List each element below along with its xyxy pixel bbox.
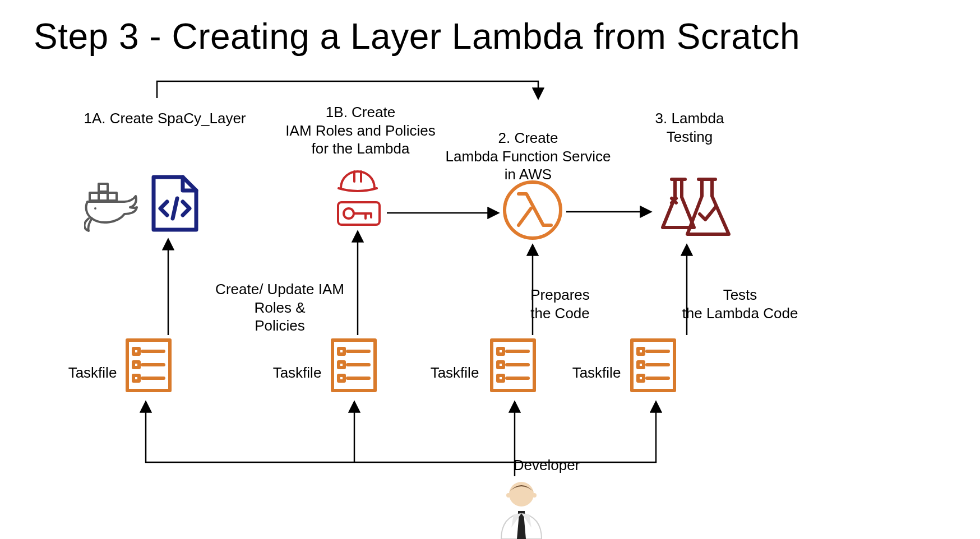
arrows-layer [0, 0, 980, 539]
svg-rect-30 [638, 349, 644, 354]
svg-rect-11 [133, 362, 139, 368]
svg-rect-1 [90, 193, 99, 201]
tests-code-label: Teststhe Lambda Code [667, 286, 813, 322]
testing-flasks-icon [655, 174, 733, 241]
lambda-icon [502, 179, 563, 241]
svg-point-38 [532, 493, 537, 498]
svg-rect-27 [498, 375, 503, 381]
taskfile-3-label: Taskfile [427, 364, 483, 382]
taskfile-4-icon [629, 337, 677, 393]
docker-icon [84, 179, 146, 233]
page-title: Step 3 - Creating a Layer Lambda from Sc… [34, 16, 800, 57]
step-1b-label: 1B. CreateIAM Roles and Policiesfor the … [276, 103, 445, 158]
svg-rect-16 [339, 349, 344, 354]
svg-point-37 [506, 493, 511, 498]
svg-rect-32 [638, 362, 644, 368]
developer-label: Developer [505, 456, 589, 475]
svg-rect-34 [638, 375, 644, 381]
diagram-canvas: Step 3 - Creating a Layer Lambda from Sc… [0, 0, 980, 539]
key-badge-icon [336, 201, 381, 226]
step-3-label: 3. LambdaTesting [617, 109, 762, 146]
svg-rect-2 [99, 193, 108, 201]
code-file-icon [147, 174, 203, 235]
taskfile-2-icon [330, 337, 378, 393]
svg-rect-20 [339, 375, 344, 381]
taskfile-4-label: Taskfile [568, 364, 625, 382]
svg-point-4 [94, 207, 96, 210]
step-2-label: 2. CreateLambda Function Servicein AWS [444, 129, 612, 184]
svg-rect-25 [498, 362, 503, 368]
svg-point-7 [505, 182, 561, 238]
taskfile-1-label: Taskfile [64, 364, 121, 382]
developer-person-icon [493, 478, 549, 539]
svg-rect-23 [498, 349, 503, 354]
svg-rect-9 [133, 349, 139, 354]
svg-point-6 [344, 208, 354, 219]
taskfile-3-icon [489, 337, 537, 393]
svg-rect-13 [133, 375, 139, 381]
step-1a-label: 1A. Create SpaCy_Layer [81, 109, 249, 128]
taskfile-1-icon [124, 337, 173, 393]
iam-helmet-icon [338, 168, 378, 196]
prepare-code-label: Preparesthe Code [510, 286, 611, 322]
iam-note-label: Create/ Update IAMRoles &Policies [201, 280, 358, 335]
taskfile-2-label: Taskfile [269, 364, 325, 382]
svg-rect-0 [99, 184, 108, 192]
svg-rect-3 [108, 193, 117, 201]
svg-rect-18 [339, 362, 344, 368]
